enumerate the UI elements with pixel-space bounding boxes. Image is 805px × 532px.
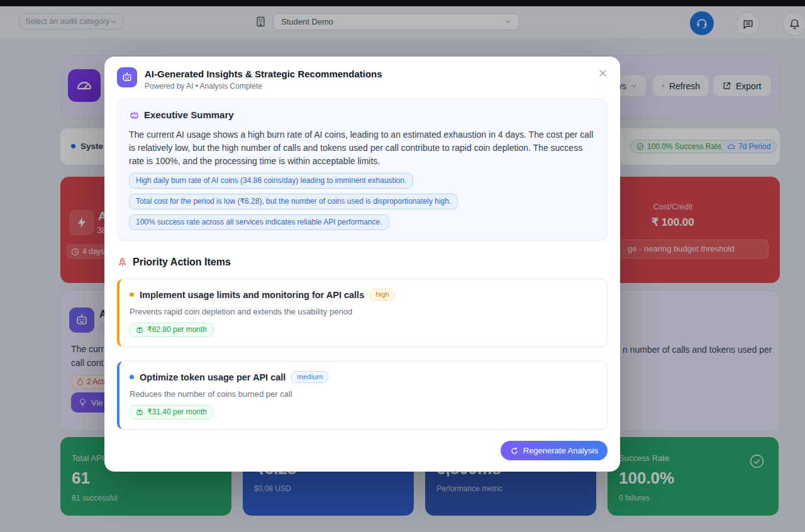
savings-badge: ₹31.40 per month — [130, 405, 213, 419]
priority-badge: medium — [291, 371, 328, 383]
close-icon — [598, 69, 608, 78]
action-item-description: Prevents rapid coin depletion and extend… — [130, 307, 597, 316]
executive-summary-body: The current AI usage shows a high burn r… — [129, 128, 596, 168]
close-button[interactable] — [595, 65, 610, 80]
highlight-pill: Total cost for the period is low (₹6.28)… — [129, 194, 458, 209]
priority-badge: high — [370, 289, 395, 301]
modal-title: AI-Generated Insights & Strategic Recomm… — [145, 67, 382, 79]
regenerate-analysis-button[interactable]: Regenerate Analysis — [501, 441, 608, 460]
rocket-icon — [117, 257, 128, 268]
executive-summary-header: Executive Summary — [129, 109, 596, 120]
crown-icon — [129, 109, 140, 120]
modal-footer: Regenerate Analysis — [117, 441, 608, 460]
executive-summary-section: Executive Summary The current AI usage s… — [117, 99, 608, 241]
refresh-icon — [510, 446, 519, 455]
highlight-pill: High daily burn rate of AI coins (34.86 … — [129, 173, 413, 189]
gift-icon — [136, 408, 143, 416]
modal-header: AI-Generated Insights & Strategic Recomm… — [117, 67, 608, 91]
savings-badge: ₹62.80 per month — [130, 323, 213, 337]
action-item-description: Reduces the number of coins burned per c… — [130, 389, 597, 399]
executive-summary-heading: Executive Summary — [144, 109, 234, 120]
priority-dot — [130, 375, 134, 379]
action-item-card: Implement usage limits and monitoring fo… — [117, 279, 608, 347]
modal-subtitle: Powered by AI • Analysis Complete — [145, 82, 382, 91]
highlight-pill: 100% success rate across all services in… — [129, 214, 389, 230]
bot-icon — [117, 67, 137, 87]
priority-dot — [130, 292, 134, 297]
ai-insights-modal: AI-Generated Insights & Strategic Recomm… — [104, 57, 620, 472]
action-item-card: Optimize token usage per API call medium… — [117, 361, 608, 429]
action-item-title: Optimize token usage per API call — [140, 372, 286, 382]
action-item-title: Implement usage limits and monitoring fo… — [140, 290, 364, 300]
gift-icon — [136, 326, 143, 333]
priority-section-header: Priority Action Items — [117, 257, 608, 268]
priority-heading: Priority Action Items — [133, 257, 231, 268]
